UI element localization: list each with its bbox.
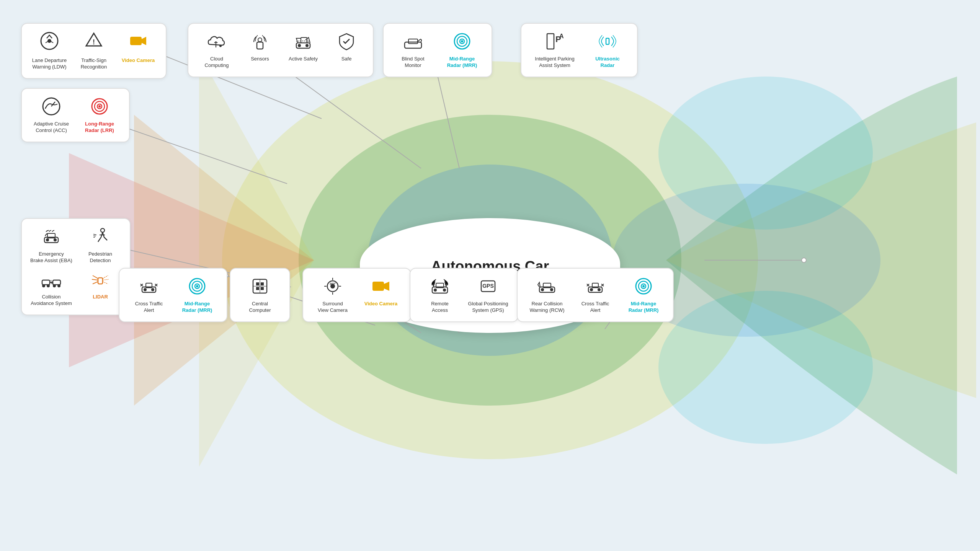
central-computer-icon bbox=[250, 276, 270, 298]
card-item-parking: PA Intelligent ParkingAssist System bbox=[530, 31, 580, 69]
central-computer-label: CentralComputer bbox=[249, 301, 271, 314]
card-item-remote-access: RemoteAccess bbox=[419, 276, 461, 314]
svg-rect-53 bbox=[547, 34, 554, 49]
card-item-gps: GPS Global PositioningSystem (GPS) bbox=[467, 276, 509, 314]
svg-rect-48 bbox=[408, 39, 418, 44]
card-item-active-safety: Active Safety bbox=[284, 31, 322, 69]
card-item-acc: Adaptive CruiseControl (ACC) bbox=[30, 96, 72, 134]
svg-point-71 bbox=[151, 288, 154, 291]
card-item-video-camera-2: Video Camera bbox=[360, 276, 402, 314]
svg-point-70 bbox=[144, 288, 147, 291]
svg-rect-87 bbox=[372, 282, 384, 291]
card-bottom-right-1: RemoteAccess GPS Global PositioningSyste… bbox=[410, 268, 518, 322]
sensors-icon bbox=[250, 31, 270, 53]
mrr-1-icon bbox=[452, 31, 472, 53]
mrr-3-label: Mid-RangeRadar (MRR) bbox=[629, 301, 659, 314]
card-bottom-left: EmergencyBrake Assist (EBA) PedestrianDe… bbox=[21, 218, 131, 315]
traffic-sign-label: Traffic-SignRecognition bbox=[81, 57, 107, 70]
safe-icon bbox=[336, 31, 356, 53]
card-item-rear-collision: Rear CollisionWarning (RCW) bbox=[526, 276, 568, 314]
remote-access-icon bbox=[430, 276, 450, 298]
card-top-right-2: PA Intelligent ParkingAssist System Ultr… bbox=[521, 23, 638, 77]
mrr-2-label: Mid-RangeRadar (MRR) bbox=[182, 301, 212, 314]
card-top-left-2: Adaptive CruiseControl (ACC) Long-RangeR… bbox=[21, 88, 130, 142]
mrr-2-icon bbox=[187, 276, 207, 298]
svg-text:GPS: GPS bbox=[482, 283, 494, 289]
svg-text:360°: 360° bbox=[330, 282, 336, 285]
cross-traffic-1-label: Cross TrafficAlert bbox=[135, 301, 163, 314]
card-item-central-computer: CentralComputer bbox=[239, 276, 281, 314]
card-bottom-center-2: CentralComputer bbox=[230, 268, 290, 322]
svg-rect-80 bbox=[256, 287, 259, 290]
mrr-1-label: Mid-RangeRadar (MRR) bbox=[447, 56, 477, 69]
card-item-lane-departure: Lane Departure Warning (LDW) bbox=[30, 31, 69, 70]
traffic-sign-icon: ! bbox=[84, 31, 103, 54]
video-camera-2-icon bbox=[371, 276, 391, 298]
card-item-video-camera-1: Video Camera bbox=[119, 31, 157, 70]
card-item-blind-spot: Blind SpotMonitor bbox=[392, 31, 434, 69]
card-bottom-center-1: Cross TrafficAlert Mid-RangeRadar (MRR) bbox=[119, 268, 227, 322]
svg-point-100 bbox=[590, 288, 593, 291]
card-item-mrr-3: Mid-RangeRadar (MRR) bbox=[622, 276, 665, 314]
ultrasonic-icon bbox=[598, 31, 617, 53]
svg-rect-81 bbox=[261, 287, 264, 290]
svg-point-15 bbox=[802, 258, 806, 262]
svg-rect-56 bbox=[606, 38, 609, 44]
cloud-icon bbox=[207, 31, 227, 53]
svg-point-40 bbox=[219, 45, 222, 47]
rear-collision-label: Rear CollisionWarning (RCW) bbox=[529, 301, 564, 314]
svg-rect-65 bbox=[53, 280, 60, 285]
card-item-collision: CollisionAvoidance System bbox=[30, 269, 72, 307]
lane-departure-label: Lane Departure Warning (LDW) bbox=[30, 57, 69, 70]
svg-point-66 bbox=[53, 284, 56, 287]
card-item-cross-traffic-1: Cross TrafficAlert bbox=[128, 276, 170, 314]
acc-icon bbox=[41, 96, 61, 118]
svg-point-42 bbox=[258, 38, 262, 42]
card-bottom-center-3: 360° SurroundView Camera Video Camera bbox=[302, 268, 411, 322]
pedestrian-label: PedestrianDetection bbox=[88, 251, 112, 264]
card-item-sensors: Sensors bbox=[243, 31, 277, 69]
card-item-lidar: LIDAR bbox=[79, 269, 121, 307]
lrr-icon bbox=[90, 96, 109, 118]
safe-label: Safe bbox=[341, 56, 352, 62]
card-item-lrr: Long-RangeRadar (LRR) bbox=[78, 96, 121, 134]
lrr-label: Long-RangeRadar (LRR) bbox=[85, 121, 114, 134]
video-camera-2-label: Video Camera bbox=[364, 301, 397, 307]
card-item-eba: EmergencyBrake Assist (EBA) bbox=[30, 227, 72, 264]
svg-text:!: ! bbox=[93, 38, 95, 46]
collision-label: CollisionAvoidance System bbox=[31, 294, 72, 307]
card-item-ultrasonic: UltrasonicRadar bbox=[586, 31, 629, 69]
svg-text:A: A bbox=[559, 33, 564, 39]
video-camera-1-icon bbox=[129, 31, 148, 54]
svg-rect-79 bbox=[261, 282, 264, 285]
svg-point-52 bbox=[461, 40, 463, 42]
svg-marker-33 bbox=[142, 37, 146, 45]
ultrasonic-label: UltrasonicRadar bbox=[595, 56, 620, 69]
gps-icon: GPS bbox=[478, 276, 498, 298]
svg-point-91 bbox=[443, 289, 446, 292]
active-safety-icon bbox=[293, 31, 313, 53]
svg-point-39 bbox=[98, 105, 101, 108]
surround-view-icon: 360° bbox=[323, 276, 343, 298]
svg-point-97 bbox=[550, 288, 553, 291]
svg-point-90 bbox=[434, 289, 437, 292]
card-top-center: CloudComputing Sensors Active Safety Saf… bbox=[188, 23, 374, 77]
svg-point-4 bbox=[658, 77, 873, 230]
lidar-icon bbox=[90, 269, 110, 291]
svg-point-96 bbox=[541, 288, 544, 291]
card-item-mrr-2: Mid-RangeRadar (MRR) bbox=[176, 276, 218, 314]
svg-point-67 bbox=[57, 284, 60, 287]
eba-label: EmergencyBrake Assist (EBA) bbox=[30, 251, 72, 264]
svg-point-58 bbox=[46, 238, 49, 241]
svg-rect-41 bbox=[257, 42, 263, 49]
parking-icon: PA bbox=[545, 31, 565, 53]
blind-spot-label: Blind SpotMonitor bbox=[402, 56, 424, 69]
card-item-surround-view: 360° SurroundView Camera bbox=[312, 276, 354, 314]
svg-point-76 bbox=[196, 285, 198, 287]
svg-point-5 bbox=[658, 291, 873, 444]
card-item-safe: Safe bbox=[329, 31, 364, 69]
cross-traffic-2-label: Cross TrafficAlert bbox=[581, 301, 609, 314]
svg-marker-88 bbox=[384, 282, 389, 291]
svg-point-45 bbox=[305, 44, 309, 47]
card-item-pedestrian: PedestrianDetection bbox=[79, 227, 121, 264]
